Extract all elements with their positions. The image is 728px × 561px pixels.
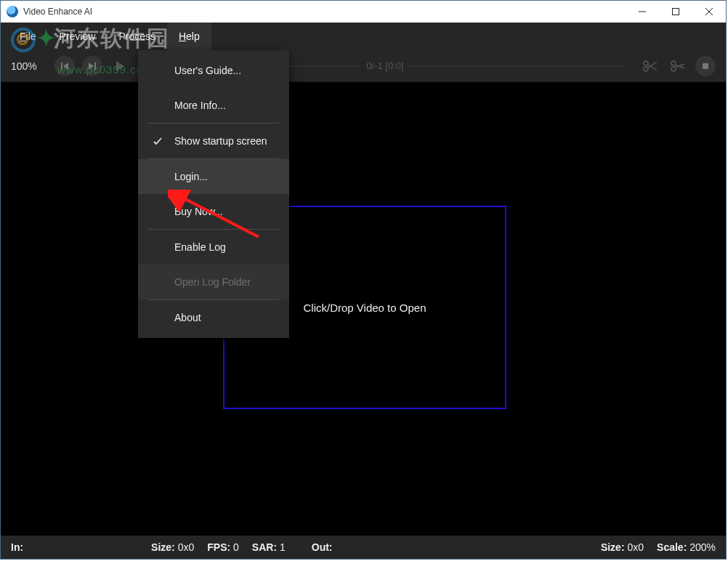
menu-login[interactable]: Login... <box>138 159 289 194</box>
svg-rect-17 <box>703 63 708 69</box>
svg-marker-5 <box>63 62 68 70</box>
window-title: Video Enhance AI <box>23 7 92 17</box>
menu-process[interactable]: Process <box>107 23 167 50</box>
statusbar: In: Size: 0x0 FPS: 0 SAR: 1 Out: Size: 0… <box>1 536 726 559</box>
status-sar: 1 <box>280 541 286 553</box>
menu-open-log-folder: Open Log Folder <box>138 265 289 299</box>
status-scale: 200% <box>689 541 716 553</box>
menu-help[interactable]: Help <box>167 23 211 50</box>
stop-button[interactable] <box>695 56 716 76</box>
next-frame-button[interactable] <box>82 56 102 76</box>
cut-start-button[interactable] <box>640 56 660 76</box>
maximize-icon <box>672 8 679 15</box>
svg-rect-7 <box>94 62 96 70</box>
menubar: File Preview Process Help <box>1 23 726 50</box>
status-in-size: 0x0 <box>178 541 195 553</box>
cut-end-button[interactable] <box>668 56 688 76</box>
status-fps: 0 <box>233 541 239 553</box>
dropzone-text: Click/Drop Video to Open <box>304 302 426 314</box>
app-icon <box>7 6 18 17</box>
maximize-button[interactable] <box>659 1 692 23</box>
app-window: Video Enhance AI ✦河东软件园 www.pc0359.cn Fi… <box>0 0 727 560</box>
svg-point-9 <box>644 61 648 65</box>
timeline-counter: 0/-1 [0:0] <box>366 60 403 71</box>
close-button[interactable] <box>692 1 726 23</box>
menu-file[interactable]: File <box>8 23 48 50</box>
svg-rect-1 <box>673 9 679 15</box>
play-icon <box>116 61 124 71</box>
scissors-open-icon <box>643 60 658 72</box>
prev-frame-button[interactable] <box>54 56 75 76</box>
skip-back-icon <box>60 62 69 70</box>
status-in-group: Size: 0x0 FPS: 0 SAR: 1 <box>151 541 286 553</box>
titlebar: Video Enhance AI <box>1 1 726 23</box>
status-out-group: Size: 0x0 Scale: 200% <box>601 541 716 553</box>
toolbar: 100% 0/-1 [0:0] <box>1 50 726 82</box>
svg-marker-6 <box>89 62 94 70</box>
zoom-label[interactable]: 100% <box>11 60 47 72</box>
timeline-track-right[interactable] <box>410 65 626 67</box>
close-icon <box>705 8 713 15</box>
svg-rect-4 <box>61 62 62 70</box>
menu-about[interactable]: About <box>138 300 289 335</box>
menu-enable-log[interactable]: Enable Log <box>138 230 289 265</box>
minimize-icon <box>639 8 646 15</box>
skip-forward-icon <box>88 62 97 70</box>
content-area: Click/Drop Video to Open <box>1 82 726 536</box>
svg-point-10 <box>644 67 648 71</box>
menu-show-startup[interactable]: Show startup screen <box>138 124 289 158</box>
scissors-close-icon <box>671 60 685 72</box>
svg-marker-8 <box>116 61 124 71</box>
play-button[interactable] <box>110 56 130 76</box>
status-out-size: 0x0 <box>627 541 644 553</box>
menu-buy-now[interactable]: Buy Now... <box>138 194 289 229</box>
minimize-button[interactable] <box>626 1 659 23</box>
menu-preview[interactable]: Preview <box>48 23 108 50</box>
status-out-label: Out: <box>312 541 333 553</box>
status-in-label: In: <box>11 541 23 553</box>
menu-users-guide[interactable]: User's Guide... <box>138 53 289 88</box>
stop-icon <box>701 62 710 70</box>
help-menu-dropdown: User's Guide... More Info... Show startu… <box>138 50 289 338</box>
menu-more-info[interactable]: More Info... <box>138 88 289 123</box>
check-icon <box>150 136 166 146</box>
